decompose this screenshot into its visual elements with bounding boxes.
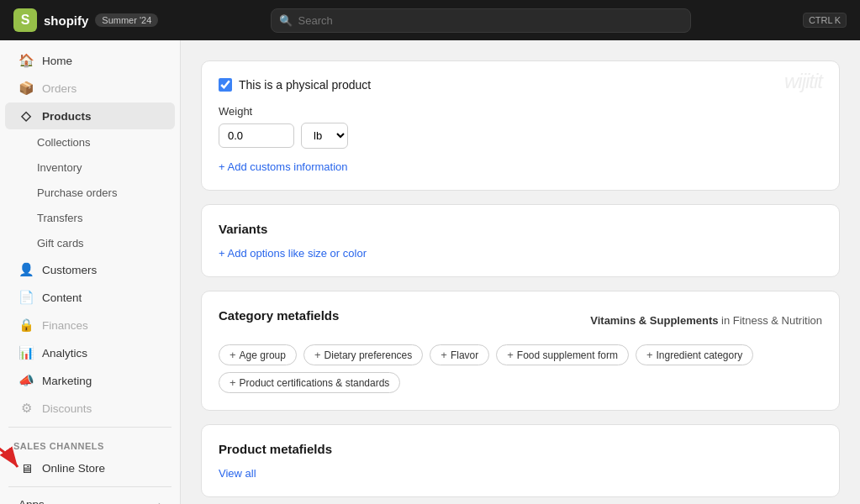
- sidebar-item-gift-cards[interactable]: Gift cards: [5, 231, 175, 255]
- add-options-button[interactable]: + Add options like size or color: [219, 247, 367, 260]
- shopify-icon: S: [13, 8, 37, 32]
- summer-badge: Summer '24: [95, 13, 158, 27]
- topbar: S shopify Summer '24 🔍 CTRL K: [0, 0, 860, 40]
- sidebar-divider-1: [8, 427, 171, 428]
- sidebar-item-collections[interactable]: Collections: [5, 130, 175, 155]
- content-icon: 📄: [18, 290, 34, 305]
- sidebar-item-marketing[interactable]: 📣 Marketing: [5, 367, 175, 394]
- customers-icon: 👤: [18, 262, 34, 277]
- metafield-tags-container: + Age group + Dietary preferences + Flav…: [219, 344, 822, 393]
- sidebar-item-analytics[interactable]: 📊 Analytics: [5, 339, 175, 366]
- analytics-icon: 📊: [18, 345, 34, 360]
- sidebar-item-discounts[interactable]: ⚙ Discounts: [5, 395, 175, 422]
- product-metafields-title: Product metafields: [219, 442, 822, 456]
- sidebar-item-customers[interactable]: 👤 Customers: [5, 256, 175, 283]
- weight-inputs: lb kg oz g: [219, 123, 822, 149]
- category-metafields-title: Category metafields: [219, 308, 339, 323]
- physical-product-checkbox[interactable]: [219, 78, 232, 92]
- search-icon: 🔍: [279, 14, 293, 27]
- sidebar-item-purchase-orders[interactable]: Purchase orders: [5, 181, 175, 205]
- metafield-tag-food-supplement[interactable]: + Food supplement form: [496, 344, 629, 365]
- metafield-tag-ingredient-category[interactable]: + Ingredient category: [636, 344, 753, 365]
- sidebar-item-transfers[interactable]: Transfers: [5, 206, 175, 230]
- category-path: Vitamins & Supplements in Fitness & Nutr…: [590, 314, 822, 327]
- topbar-brand: shopify: [44, 13, 88, 28]
- view-all-button[interactable]: View all: [219, 467, 256, 480]
- keyboard-shortcut-badge: CTRL K: [803, 13, 847, 28]
- metafield-tag-flavor[interactable]: + Flavor: [430, 344, 489, 365]
- sidebar-item-apps[interactable]: Apps ›: [5, 492, 175, 504]
- weight-unit-select[interactable]: lb kg oz g: [301, 123, 348, 149]
- sidebar: 🏠 Home 📦 Orders ◇ Products Collections I…: [0, 40, 181, 504]
- sidebar-item-products[interactable]: ◇ Products: [5, 102, 175, 129]
- discounts-icon: ⚙: [18, 401, 34, 416]
- marketing-icon: 📣: [18, 373, 34, 388]
- category-metafields-card: Category metafields Vitamins & Supplemen…: [201, 291, 840, 411]
- variants-card: Variants + Add options like size or colo…: [201, 204, 840, 277]
- physical-product-checkbox-row: This is a physical product: [219, 78, 784, 92]
- topbar-logo: S shopify Summer '24: [13, 8, 158, 32]
- sidebar-item-home[interactable]: 🏠 Home: [5, 47, 175, 74]
- physical-product-card: wijitit This is a physical product Weigh…: [201, 60, 840, 191]
- sidebar-item-finances[interactable]: 🔒 Finances: [5, 312, 175, 339]
- watermark: wijitit: [784, 70, 822, 93]
- weight-label: Weight: [219, 105, 822, 118]
- topbar-search-container: 🔍: [271, 8, 691, 33]
- weight-section: Weight lb kg oz g: [219, 105, 822, 149]
- sidebar-item-inventory[interactable]: Inventory: [5, 155, 175, 180]
- products-icon: ◇: [18, 108, 34, 123]
- metafield-tag-product-certifications[interactable]: + Product certifications & standards: [219, 372, 400, 393]
- sidebar-item-orders[interactable]: 📦 Orders: [5, 75, 175, 102]
- online-store-icon: 🖥: [18, 460, 34, 475]
- metafield-tag-dietary-preferences[interactable]: + Dietary preferences: [303, 344, 423, 365]
- apps-chevron-icon: ›: [158, 499, 161, 505]
- variants-title: Variants: [219, 222, 822, 236]
- physical-product-label: This is a physical product: [239, 78, 371, 92]
- sales-channels-label: Sales channels: [0, 433, 180, 454]
- home-icon: 🏠: [18, 53, 34, 68]
- add-customs-button[interactable]: + Add customs information: [219, 160, 348, 173]
- main-layout: 🏠 Home 📦 Orders ◇ Products Collections I…: [0, 40, 860, 504]
- metafield-tag-age-group[interactable]: + Age group: [219, 344, 297, 365]
- sidebar-divider-2: [8, 486, 171, 487]
- sidebar-item-content[interactable]: 📄 Content: [5, 284, 175, 311]
- orders-icon: 📦: [18, 81, 34, 96]
- product-metafields-card: Product metafields View all: [201, 424, 840, 497]
- weight-value-input[interactable]: [219, 123, 294, 148]
- main-content: wijitit This is a physical product Weigh…: [181, 40, 860, 504]
- finances-icon: 🔒: [18, 318, 34, 333]
- search-input[interactable]: [271, 8, 691, 33]
- metafields-header: Category metafields Vitamins & Supplemen…: [219, 308, 822, 333]
- sidebar-item-online-store[interactable]: 🖥 Online Store: [5, 454, 175, 481]
